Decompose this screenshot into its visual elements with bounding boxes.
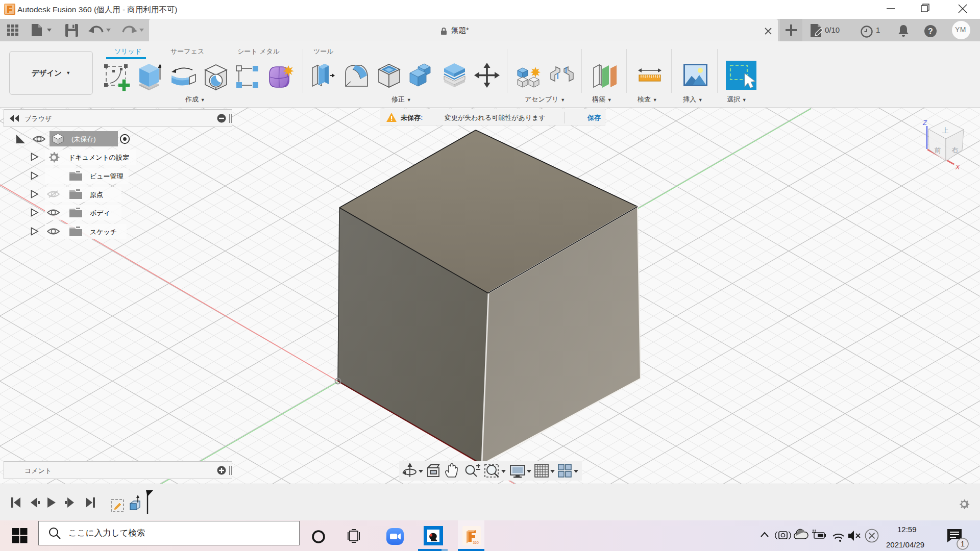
svg-text:Z: Z xyxy=(922,119,927,127)
svg-text:右: 右 xyxy=(952,146,959,154)
svg-text:前: 前 xyxy=(935,146,941,154)
svg-text:X: X xyxy=(955,163,961,171)
svg-text:360: 360 xyxy=(473,541,479,544)
svg-text:上: 上 xyxy=(942,127,949,134)
svg-text:1: 1 xyxy=(961,539,965,548)
svg-text:?: ? xyxy=(928,27,933,36)
